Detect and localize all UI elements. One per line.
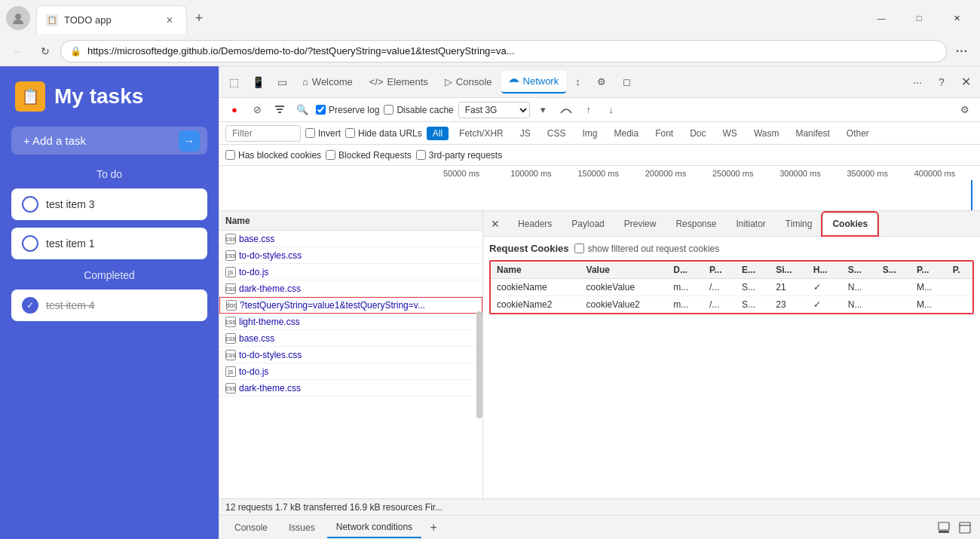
preserve-log-checkbox[interactable]	[316, 105, 326, 115]
filter-all-button[interactable]: All	[427, 127, 449, 140]
clear-button[interactable]: ⊘	[248, 101, 266, 119]
filter-toggle-button[interactable]	[271, 101, 289, 119]
filter-other-button[interactable]: Other	[841, 127, 875, 140]
hide-data-urls-checkbox[interactable]	[345, 128, 355, 138]
console-tab-issues[interactable]: Issues	[280, 517, 324, 538]
filter-ws-button[interactable]: WS	[717, 127, 743, 140]
devtools-inspect-icon[interactable]: ⬚	[222, 71, 245, 93]
disable-cache-checkbox[interactable]	[384, 105, 394, 115]
show-filtered-cookies-checkbox[interactable]	[574, 243, 584, 253]
filter-img-button[interactable]: Img	[576, 127, 603, 140]
network-item[interactable]: css base.css	[219, 231, 482, 247]
filter-wasm-button[interactable]: Wasm	[748, 127, 786, 140]
timeline-label-3: 150000 ms	[577, 169, 644, 178]
has-blocked-cookies-checkbox[interactable]	[225, 150, 235, 160]
filter-font-button[interactable]: Font	[649, 127, 679, 140]
devtools-tab-network[interactable]: Network	[501, 71, 567, 93]
throttle-dropdown-icon[interactable]: ▾	[534, 101, 553, 119]
devtools-device-icon[interactable]: 📱	[247, 71, 269, 93]
devtools-more-button[interactable]: ···	[906, 71, 929, 93]
record-button[interactable]: ●	[225, 101, 243, 119]
devtools-tab-settings[interactable]: ⚙	[590, 71, 614, 93]
cookie-row-2[interactable]: cookieName2 cookieValue2 m... /... S... …	[491, 296, 972, 314]
network-conditions-icon[interactable]	[557, 101, 575, 119]
network-item[interactable]: css dark-theme.css	[219, 380, 482, 397]
throttle-select[interactable]: Fast 3G No throttling Slow 3G Offline	[458, 102, 530, 118]
close-button[interactable]: ✕	[939, 6, 974, 30]
network-item[interactable]: css light-theme.css	[219, 314, 482, 330]
address-bar[interactable]: 🔒 https://microsoftedge.github.io/Demos/…	[60, 40, 947, 63]
disable-cache-label[interactable]: Disable cache	[384, 105, 453, 115]
task-checkbox-1[interactable]	[22, 196, 38, 213]
network-item[interactable]: js to-do.js	[219, 264, 482, 280]
new-tab-button[interactable]: +	[187, 6, 211, 30]
network-item[interactable]: css to-do-styles.css	[219, 247, 482, 264]
devtools-tab-elements[interactable]: </> Elements	[362, 71, 436, 93]
third-party-requests-checkbox[interactable]	[416, 150, 426, 160]
devtools-tab-welcome[interactable]: ⌂ Welcome	[295, 71, 360, 93]
detail-tab-response[interactable]: Response	[666, 213, 725, 235]
devtools-sidebar-icon[interactable]: ▭	[271, 71, 293, 93]
task-checkbox-2[interactable]	[22, 235, 38, 252]
devtools-help-button[interactable]: ?	[930, 71, 953, 93]
network-item[interactable]: css dark-theme.css	[219, 280, 482, 297]
undock-icon[interactable]	[956, 519, 974, 537]
invert-filter-label[interactable]: Invert	[305, 128, 341, 139]
blocked-requests-checkbox[interactable]	[326, 150, 335, 160]
devtools-tab-performance[interactable]: ↕	[568, 71, 588, 93]
preserve-log-label[interactable]: Preserve log	[316, 105, 379, 115]
add-console-tab-button[interactable]: +	[424, 519, 443, 537]
filter-manifest-button[interactable]: Manifest	[789, 127, 835, 140]
cookie-row-1[interactable]: cookieName cookieValue m... /... S... 21…	[491, 279, 972, 296]
invert-checkbox[interactable]	[305, 128, 315, 138]
detail-close-button[interactable]: ✕	[486, 215, 504, 233]
network-item-selected[interactable]: doc ?testQueryString=value1&testQueryStr…	[219, 297, 482, 314]
search-button[interactable]: 🔍	[293, 101, 311, 119]
filter-js-button[interactable]: JS	[514, 127, 537, 140]
devtools-close-button[interactable]: ✕	[954, 71, 977, 93]
detail-tab-headers[interactable]: Headers	[509, 213, 561, 235]
third-party-requests-label[interactable]: 3rd-party requests	[416, 150, 502, 161]
network-icon	[509, 75, 519, 87]
browser-more-button[interactable]: ···	[950, 39, 974, 63]
task-item[interactable]: test item 1	[11, 228, 207, 259]
devtools-tab-console[interactable]: ▷ Console	[437, 71, 500, 93]
network-item[interactable]: js to-do.js	[219, 363, 482, 380]
profile-icon[interactable]	[6, 6, 30, 30]
detail-tab-cookies[interactable]: Cookies	[822, 213, 877, 235]
filter-css-button[interactable]: CSS	[541, 127, 572, 140]
dock-bottom-icon[interactable]	[935, 519, 953, 537]
has-blocked-cookies-label[interactable]: Has blocked cookies	[225, 150, 321, 161]
settings-icon[interactable]: ⚙	[956, 101, 974, 119]
upload-icon[interactable]: ↑	[580, 101, 598, 119]
detail-tab-timing[interactable]: Timing	[776, 213, 822, 235]
task-checkbox-3[interactable]: ✓	[22, 297, 38, 314]
show-filtered-cookies-label[interactable]: show filtered out request cookies	[574, 243, 719, 254]
task-item[interactable]: test item 3	[11, 188, 207, 220]
blocked-requests-label[interactable]: Blocked Requests	[326, 150, 412, 161]
filter-doc-button[interactable]: Doc	[684, 127, 712, 140]
list-scrollbar[interactable]	[476, 311, 482, 418]
maximize-button[interactable]: □	[902, 6, 936, 30]
tab-close-button[interactable]: ✕	[162, 13, 177, 28]
network-item[interactable]: css base.css	[219, 330, 482, 347]
hide-data-urls-label[interactable]: Hide data URLs	[345, 128, 422, 139]
detail-tab-preview[interactable]: Preview	[615, 213, 666, 235]
network-item[interactable]: css to-do-styles.css	[219, 347, 482, 363]
filter-fetch-xhr-button[interactable]: Fetch/XHR	[453, 127, 510, 140]
task-item-completed[interactable]: ✓ test item 4	[11, 289, 207, 321]
detail-tab-payload[interactable]: Payload	[562, 213, 613, 235]
refresh-button[interactable]: ↻	[33, 39, 57, 63]
filter-media-button[interactable]: Media	[608, 127, 645, 140]
back-button[interactable]: ←	[6, 39, 30, 63]
console-tab-network-conditions[interactable]: Network conditions	[327, 517, 421, 538]
filter-input[interactable]	[225, 125, 301, 142]
download-icon[interactable]: ↓	[602, 101, 620, 119]
console-tab-console[interactable]: Console	[225, 517, 277, 538]
detail-tab-initiator[interactable]: Initiator	[727, 213, 774, 235]
minimize-button[interactable]: —	[864, 6, 899, 30]
add-task-button[interactable]: + Add a task →	[11, 127, 207, 155]
browser-tab-active[interactable]: 📋 TODO app ✕	[36, 5, 187, 34]
devtools-tab-device[interactable]: ◻	[615, 71, 639, 93]
invert-text: Invert	[318, 128, 341, 139]
